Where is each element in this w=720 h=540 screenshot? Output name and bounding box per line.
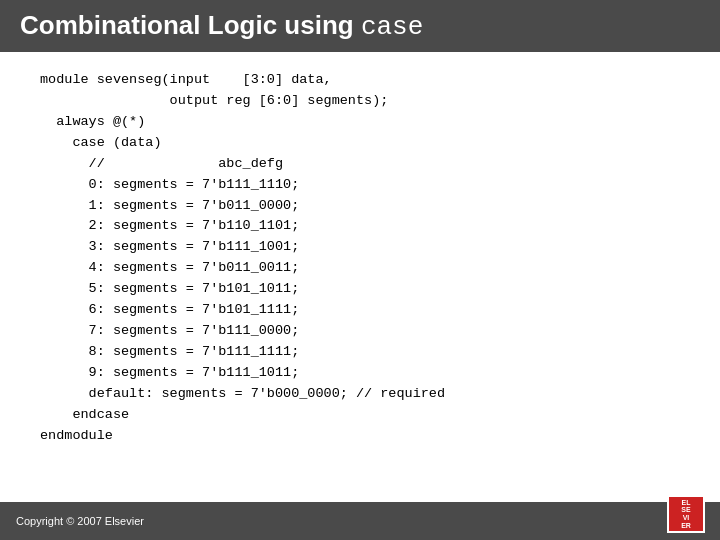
elsevier-box: ELSEVIER bbox=[667, 495, 705, 533]
slide: Combinational Logic using case module se… bbox=[0, 0, 720, 540]
elsevier-wordmark: ELSEVIER bbox=[681, 499, 691, 530]
slide-title: Combinational Logic using case bbox=[20, 10, 423, 42]
title-code: case bbox=[361, 12, 423, 42]
footer: Copyright © 2007 Elsevier 4-<15> bbox=[0, 502, 720, 540]
code-content: module sevenseg(input [3:0] data, output… bbox=[0, 52, 720, 457]
title-plain: Combinational Logic using bbox=[20, 10, 361, 40]
code-block: module sevenseg(input [3:0] data, output… bbox=[40, 70, 680, 447]
elsevier-logo: ELSEVIER bbox=[664, 492, 708, 536]
header: Combinational Logic using case bbox=[0, 0, 720, 52]
copyright-text: Copyright © 2007 Elsevier bbox=[16, 515, 144, 527]
